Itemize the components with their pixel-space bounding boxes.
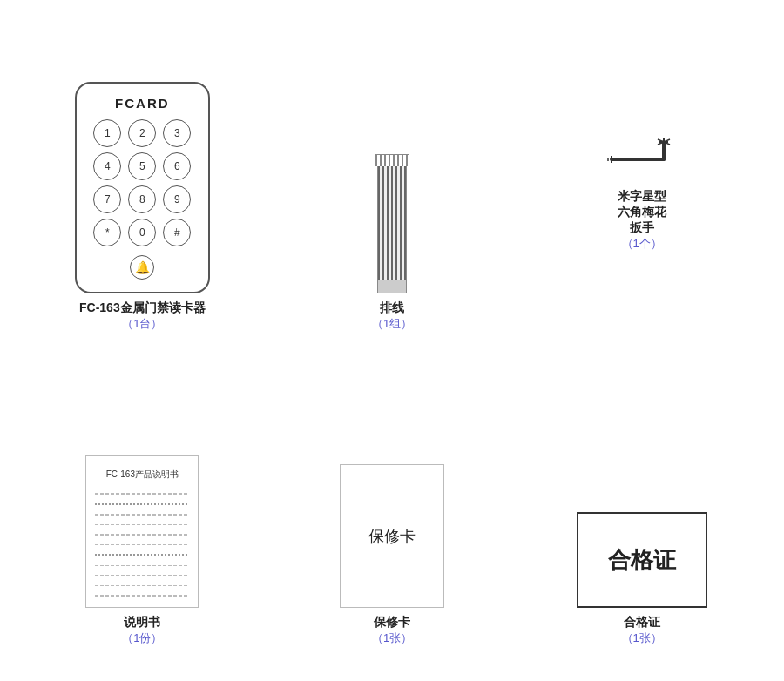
keypad-row-2: 4 5 6 [93,152,191,180]
certificate-label: 合格证 （1张） [622,615,662,646]
key-1: 1 [93,119,121,147]
manual-line-7 [95,554,189,556]
keypad-qty: （1台） [79,316,206,332]
keypad-device: FCARD 1 2 3 4 5 6 7 8 9 * 0 # 🔔 [75,82,210,293]
wrench-svg [603,133,681,185]
keypad-row-4: * 0 # [93,219,191,246]
ribbon-bottom [377,280,407,293]
manual-name: 说明书 [122,615,162,630]
key-4: 4 [93,152,121,180]
warranty-name: 保修卡 [372,615,412,630]
manual-line-5 [95,534,189,536]
ribbon-drawing [375,154,409,293]
ribbon-cell: 排线 （1组） [267,26,517,340]
manual-book: FC-163产品说明书 [85,455,199,608]
warranty-card-inner-text: 保修卡 [368,526,416,547]
certificate-cell: 合格证 合格证 （1张） [517,340,767,655]
ribbon-top [375,154,409,166]
manual-line-8 [95,565,189,567]
keypad-row-1: 1 2 3 [93,119,191,147]
warranty-label: 保修卡 （1张） [372,615,412,646]
warranty-qty: （1张） [372,630,412,646]
key-9: 9 [163,185,191,213]
manual-cell: FC-163产品说明书 说明书 （1份） [17,340,267,655]
manual-line-10 [95,585,189,587]
keypad-label: FC-163金属门禁读卡器 （1台） [79,300,206,332]
key-star: * [93,219,121,246]
ribbon-lines [377,166,407,280]
manual-book-title: FC-163产品说明书 [106,469,179,481]
manual-qty: （1份） [122,630,162,646]
wrench-label: 米字星型 六角梅花 扳手 （1个） [618,189,666,252]
certificate-card: 合格证 [577,512,707,608]
manual-line-2 [95,503,189,505]
keypad-bell: 🔔 [130,255,154,280]
keypad-name: FC-163金属门禁读卡器 [79,300,206,316]
manual-line-1 [95,493,189,495]
certificate-name: 合格证 [622,615,662,630]
keypad-row-3: 7 8 9 [93,185,191,213]
manual-line-4 [95,524,189,525]
wrench-cell: 米字星型 六角梅花 扳手 （1个） [517,26,767,340]
manual-line-9 [95,575,189,576]
key-8: 8 [128,185,156,213]
manual-line-3 [95,514,189,516]
ribbon-qty: （1组） [372,316,412,332]
manual-line-11 [95,595,189,597]
key-0: 0 [128,219,156,246]
manual-line-6 [95,544,189,546]
key-3: 3 [163,119,191,147]
keypad-brand: FCARD [115,96,170,111]
certificate-inner-text: 合格证 [608,545,676,576]
key-5: 5 [128,152,156,180]
key-7: 7 [93,185,121,213]
key-6: 6 [163,152,191,180]
wrench-name: 米字星型 六角梅花 扳手 [618,189,666,236]
wrench-inner: 米字星型 六角梅花 扳手 （1个） [603,133,681,252]
keypad-cell: FCARD 1 2 3 4 5 6 7 8 9 * 0 # 🔔 [17,26,267,340]
page: FCARD 1 2 3 4 5 6 7 8 9 * 0 # 🔔 [0,0,784,681]
certificate-qty: （1张） [622,630,662,646]
wrench-qty: （1个） [618,236,666,252]
ribbon-label: 排线 （1组） [372,300,412,332]
warranty-cell: 保修卡 保修卡 （1张） [267,340,517,655]
key-2: 2 [128,119,156,147]
warranty-card-visual: 保修卡 [340,464,444,608]
ribbon-name: 排线 [372,300,412,316]
key-hash: # [163,219,191,246]
manual-label: 说明书 （1份） [122,615,162,646]
